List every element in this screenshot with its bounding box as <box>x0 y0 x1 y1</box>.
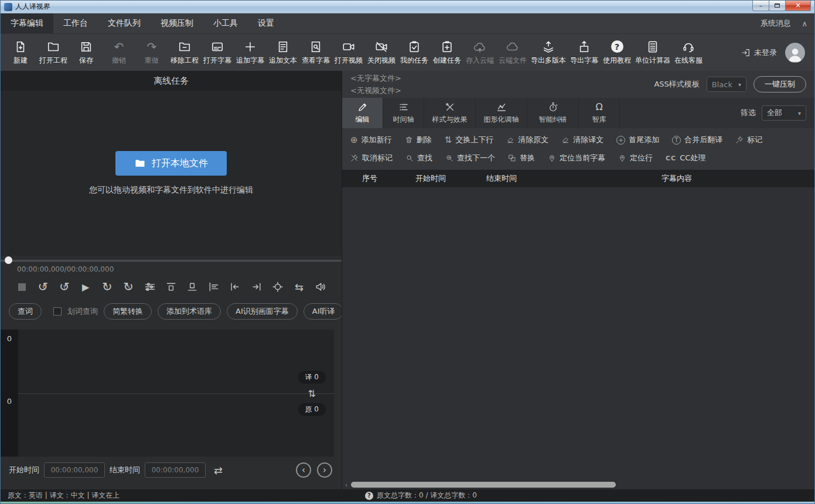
start-time-input[interactable]: 00:00:00,000 <box>44 462 105 478</box>
prev-subtitle-button[interactable]: ‹ <box>296 462 311 478</box>
toolbar-button-export-subtitle[interactable]: 导出字幕 <box>568 40 601 66</box>
one-click-encode-button[interactable]: 一键压制 <box>753 76 806 92</box>
toolbar-button-export-multi[interactable]: 导出多版本 <box>529 40 568 66</box>
locate-crosshair-icon[interactable] <box>271 280 285 294</box>
seek-back-1-icon[interactable]: ↺1 <box>57 280 71 294</box>
toolbar-button-undo[interactable]: ↶ 撤销 <box>103 40 135 66</box>
toolbar-button-redo[interactable]: ↷ 重做 <box>135 40 168 66</box>
tab-label: 时间轴 <box>393 115 414 125</box>
locate-row-button[interactable]: 定位行 <box>618 153 653 163</box>
minimize-button[interactable]: – <box>752 1 769 11</box>
menu-tab-subtitle-edit[interactable]: 字幕编辑 <box>1 13 53 33</box>
toolbar-button-save[interactable]: 保存 <box>70 40 103 66</box>
delete-row-button[interactable]: 删除 <box>405 135 432 145</box>
jump-end-icon[interactable] <box>250 280 264 294</box>
toolbar-button-remove-project[interactable]: 移除工程 <box>168 40 201 66</box>
menu-tab-file-queue[interactable]: 文件队列 <box>98 13 151 33</box>
help-circle-icon[interactable]: ? <box>365 492 373 500</box>
tab-smart-correction[interactable]: 智能纠错 <box>527 98 579 128</box>
cc-process-button[interactable]: CCCC处理 <box>666 153 705 163</box>
loop-play-icon[interactable]: ⇄ <box>214 464 223 476</box>
volume-icon[interactable] <box>313 280 328 294</box>
menu-tab-tools[interactable]: 小工具 <box>203 13 248 33</box>
simplified-traditional-button[interactable]: 简繁转换 <box>104 303 152 320</box>
tab-style-effects[interactable]: 样式与效果 <box>424 98 476 128</box>
scroll-left-arrow-icon[interactable]: ‹ <box>342 481 350 489</box>
merge-translate-button[interactable]: T合并后翻译 <box>672 135 722 145</box>
word-count-text: 原文总字数：0 / 译文总字数：0 <box>377 491 477 500</box>
toolbar-button-my-tasks[interactable]: 我的任务 <box>398 40 431 66</box>
tab-timeline[interactable]: 时间轴 <box>383 98 424 128</box>
swap-rows-button[interactable]: ⇅交换上下行 <box>445 135 494 145</box>
seek-forward-3-icon[interactable]: ↻3 <box>121 280 135 294</box>
toolbar-button-save-to-cloud[interactable]: 存入云端 <box>463 40 496 66</box>
ai-ocr-subtitle-button[interactable]: AI识别画面字幕 <box>227 303 298 320</box>
unmark-row-button[interactable]: 取消标记 <box>350 153 393 163</box>
jump-start-icon[interactable] <box>228 280 242 294</box>
toolbar-button-close-video[interactable]: 关闭视频 <box>365 40 398 66</box>
toolbar-button-append-subtitle[interactable]: 追加字幕 <box>234 40 267 66</box>
horizontal-scrollbar[interactable]: ‹ <box>342 480 814 489</box>
toolbar-button-view-subtitle[interactable]: 查看字幕 <box>299 40 332 66</box>
align-left-icon[interactable] <box>207 280 221 294</box>
add-to-termbase-button[interactable]: 添加到术语库 <box>158 303 221 320</box>
toolbar-button-open-subtitle[interactable]: 打开字幕 <box>201 40 234 66</box>
ass-template-select[interactable]: Black ▾ <box>707 77 746 92</box>
collapse-chevron-icon[interactable]: ∧ <box>802 13 807 33</box>
ai-transcribe-button[interactable]: AI听译 <box>304 303 342 320</box>
login-area[interactable]: 未登录 <box>741 47 777 58</box>
mark-row-button[interactable]: 标记 <box>735 135 762 145</box>
seek-bar[interactable] <box>1 256 342 265</box>
tab-edit[interactable]: 编辑 <box>342 98 383 128</box>
open-local-file-button[interactable]: 打开本地文件 <box>115 151 227 176</box>
subtitle-text-editor[interactable]: 0 0 译 0 ⇅ 原 0 <box>1 330 334 457</box>
locate-current-subtitle-button[interactable]: 定位当前字幕 <box>548 153 605 163</box>
avatar[interactable] <box>785 43 805 63</box>
close-button[interactable]: ✕ <box>785 1 811 11</box>
filter-area: 筛选 全部 ▾ <box>741 98 806 128</box>
start-time-label: 开始时间 <box>9 465 39 475</box>
align-bottom-icon[interactable] <box>185 280 199 294</box>
video-dropzone[interactable]: 打开本地文件 您可以拖动视频和字幕文件到软件中进行编辑 <box>1 91 342 256</box>
waveform-adjust-icon[interactable] <box>143 280 157 294</box>
toolbar-button-unit-calculator[interactable]: 单位计算器 <box>633 40 672 66</box>
end-time-input[interactable]: 00:00:00,000 <box>145 462 206 478</box>
toolbar-button-new[interactable]: 新建 <box>4 40 37 66</box>
next-subtitle-button[interactable]: › <box>317 462 332 478</box>
tab-graphical-timing[interactable]: 图形化调轴 <box>476 98 527 128</box>
clear-source-button[interactable]: 清除原文 <box>506 135 548 145</box>
subtitle-table-body[interactable] <box>342 187 814 480</box>
seek-handle[interactable] <box>5 256 12 264</box>
swap-direction-icon[interactable]: ⇆ <box>292 280 306 294</box>
find-button[interactable]: 查找 <box>405 153 432 163</box>
toolbar-button-online-support[interactable]: 在线客服 <box>672 40 705 66</box>
head-tail-add-button[interactable]: +首尾添加 <box>616 135 659 145</box>
add-row-button[interactable]: ⊕添加新行 <box>350 135 392 145</box>
swap-source-target-icon[interactable]: ⇅ <box>308 388 316 399</box>
seek-track[interactable] <box>1 260 342 262</box>
play-icon[interactable]: ▶ <box>79 280 93 294</box>
filter-select[interactable]: 全部 ▾ <box>762 105 806 121</box>
target-count-badge: 译 0 <box>298 371 326 383</box>
maximize-button[interactable] <box>769 1 786 11</box>
toolbar-button-create-task[interactable]: 创建任务 <box>431 40 463 66</box>
toolbar-button-tutorial[interactable]: ? 使用教程 <box>601 40 633 66</box>
tab-knowledge-base[interactable]: Ω 智库 <box>579 98 620 128</box>
toolbar-button-open-project[interactable]: 打开工程 <box>37 40 70 66</box>
toolbar-button-cloud-files[interactable]: 云端文件 <box>496 40 529 66</box>
toolbar-button-open-video[interactable]: 打开视频 <box>332 40 365 66</box>
scrollbar-thumb[interactable] <box>351 482 616 488</box>
align-top-icon[interactable] <box>164 280 178 294</box>
menu-tab-settings[interactable]: 设置 <box>248 13 284 33</box>
seek-back-3-icon[interactable]: ↺3 <box>36 280 50 294</box>
seek-forward-1-icon[interactable]: ↻1 <box>100 280 114 294</box>
toolbar-button-append-text[interactable]: 追加文本 <box>267 40 299 66</box>
find-next-button[interactable]: 查找下一个 <box>445 153 495 163</box>
stop-icon[interactable] <box>15 280 29 294</box>
inline-lookup-checkbox[interactable] <box>53 307 62 316</box>
lookup-word-button[interactable]: 查词 <box>9 303 42 320</box>
replace-button[interactable]: 替换 <box>508 153 535 163</box>
menu-tab-workbench[interactable]: 工作台 <box>53 13 98 33</box>
menu-tab-video-encode[interactable]: 视频压制 <box>151 13 203 33</box>
clear-target-button[interactable]: 清除译文 <box>561 135 603 145</box>
